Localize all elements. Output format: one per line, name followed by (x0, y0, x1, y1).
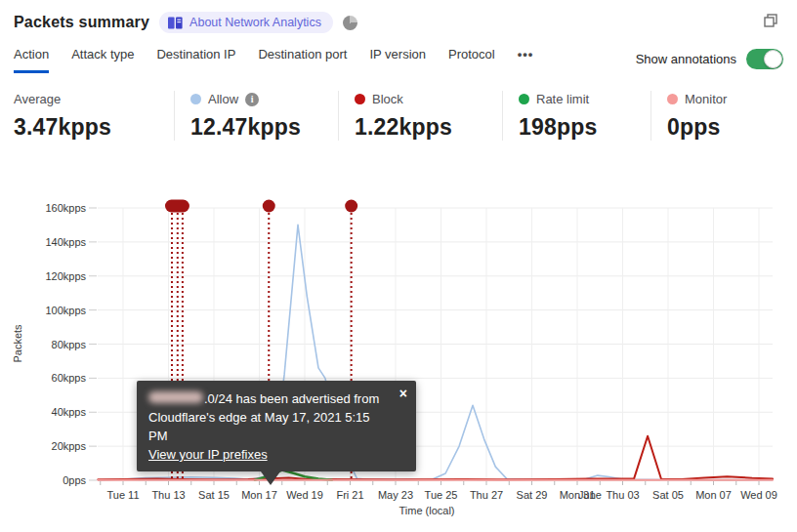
stat-label: Rate limit (536, 92, 589, 106)
x-tick-label: Thu 03 (606, 489, 639, 501)
tooltip-caret (261, 471, 280, 485)
x-axis-title: Time (local) (398, 505, 454, 516)
y-tick-label: 100kpps (45, 305, 86, 316)
tab-attack-type[interactable]: Attack type (71, 47, 134, 73)
show-annotations-control: Show annotations (636, 47, 783, 69)
tab-ip-version[interactable]: IP version (369, 47, 426, 73)
show-annotations-label: Show annotations (636, 52, 736, 66)
restore-window-icon[interactable] (764, 14, 777, 31)
x-tick-label: Tue 25 (425, 489, 458, 501)
stat-allow[interactable]: Allowi12.47kpps (174, 91, 338, 141)
panel-header: Packets summary About Network Analytics (0, 0, 797, 33)
stat-label-row: Allowi (190, 91, 324, 107)
stat-value: 12.47kpps (190, 114, 324, 141)
annotation-dot[interactable] (263, 200, 275, 213)
tooltip-text: .0/24 has been advertised from Cloudflar… (148, 389, 391, 445)
stat-label-row: Rate limit (519, 91, 637, 107)
annotation-dot[interactable] (345, 200, 357, 213)
x-tick-label: Sat 05 (652, 489, 684, 501)
about-network-analytics-badge[interactable]: About Network Analytics (159, 12, 333, 33)
stat-label: Average (14, 92, 61, 106)
chart-canvas: 0pps20kpps40kpps60kpps80kpps100kpps120kp… (0, 181, 797, 532)
y-tick-label: 120kpps (45, 270, 86, 282)
book-icon (168, 17, 183, 29)
stat-label: Block (372, 92, 403, 106)
tab-protocol[interactable]: Protocol (448, 47, 495, 73)
tab-destination-port[interactable]: Destination port (258, 47, 347, 73)
stat-label-row: Monitor (667, 91, 727, 107)
x-tick-label: Tue 11 (106, 489, 139, 501)
y-tick-label: 0pps (63, 474, 86, 486)
y-axis-title: Packets (12, 324, 23, 363)
x-tick-label: Sat 29 (517, 489, 548, 501)
y-tick-label: 80kpps (52, 339, 87, 350)
monitor-legend-dot-icon (667, 94, 678, 104)
stat-label-row: Block (355, 91, 488, 107)
toggle-knob (764, 50, 782, 68)
badge-label: About Network Analytics (189, 16, 321, 29)
block-legend-dot-icon (355, 94, 365, 104)
stat-value: 1.22kpps (355, 114, 488, 141)
stat-value: 3.47kpps (14, 114, 160, 141)
x-tick-label: Mon 17 (241, 489, 277, 501)
view-ip-prefixes-link[interactable]: View your IP prefixes (148, 447, 268, 462)
rate-limit-legend-dot-icon (519, 94, 529, 104)
x-tick-label: Fri 21 (336, 489, 363, 501)
x-tick-label: Wed 19 (286, 489, 323, 501)
show-annotations-toggle[interactable] (746, 49, 783, 69)
x-tick-label: May 23 (378, 489, 413, 501)
tab-more-icon[interactable]: ••• (518, 47, 534, 73)
annotation-tooltip: × .0/24 has been advertised from Cloudfl… (137, 381, 416, 471)
stat-label: Monitor (685, 92, 727, 106)
x-tick-label: Thu 27 (470, 489, 503, 501)
y-tick-label: 20kpps (52, 440, 87, 452)
allow-legend-dot-icon (190, 94, 201, 104)
redacted-ip-prefix (148, 391, 203, 403)
stat-value: 0pps (667, 114, 727, 141)
stat-monitor[interactable]: Monitor0pps (650, 91, 740, 141)
info-icon[interactable]: i (245, 93, 259, 106)
stats-row: Average3.47kppsAllowi12.47kppsBlock1.22k… (0, 91, 797, 141)
tab-destination-ip[interactable]: Destination IP (156, 47, 235, 73)
stat-block[interactable]: Block1.22kpps (338, 91, 502, 141)
y-tick-label: 40kpps (52, 406, 87, 418)
stat-average: Average3.47kpps (14, 91, 174, 141)
x-tick-label: Mon 07 (695, 489, 732, 501)
tabs: ActionAttack typeDestination IPDestinati… (14, 47, 533, 73)
x-tick-label: Sat 15 (198, 489, 230, 501)
y-tick-label: 60kpps (52, 372, 87, 384)
packets-chart: 0pps20kpps40kpps60kpps80kpps100kpps120kp… (0, 181, 797, 532)
tab-bar: ActionAttack typeDestination IPDestinati… (0, 47, 797, 73)
x-month-label: June (578, 489, 602, 501)
x-tick-label: Thu 13 (151, 489, 185, 501)
y-tick-label: 140kpps (45, 236, 86, 248)
pie-chart-icon[interactable] (343, 16, 357, 30)
stat-label-row: Average (14, 91, 160, 107)
y-tick-label: 160kpps (45, 202, 86, 214)
stat-value: 198pps (519, 114, 637, 141)
annotation-cluster-dot[interactable] (165, 200, 189, 213)
stat-rate-limit[interactable]: Rate limit198pps (502, 91, 650, 141)
close-icon[interactable]: × (399, 385, 407, 403)
x-tick-label: Wed 09 (740, 489, 777, 501)
stat-label: Allow (208, 92, 238, 106)
page-title: Packets summary (14, 14, 149, 31)
tab-action[interactable]: Action (14, 47, 49, 73)
